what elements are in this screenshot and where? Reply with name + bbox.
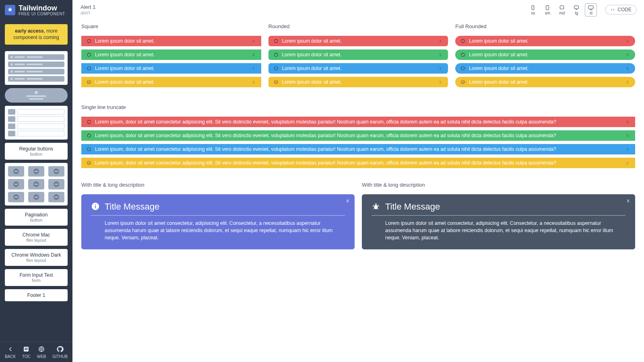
warning-icon: [86, 160, 92, 166]
svg-rect-26: [276, 83, 276, 83]
close-icon[interactable]: x: [251, 79, 256, 85]
close-icon[interactable]: x: [251, 52, 256, 58]
brand-icon: [5, 5, 15, 15]
svg-rect-34: [463, 81, 463, 82]
alert-yellow: Lorem ipsum dolor sit amet. x: [81, 77, 261, 87]
close-icon[interactable]: x: [251, 66, 256, 71]
rounded-column: Rounded Lorem ipsum dolor sit amet. x Lo…: [268, 23, 448, 90]
sidebar-scroll[interactable]: Regular buttonsbuttonPaginationbuttonChr…: [0, 49, 72, 342]
sidebar-item[interactable]: Paginationbutton: [5, 209, 68, 226]
alert-blue: Lorem ipsum dolor sit amet. x: [455, 63, 635, 74]
svg-rect-43: [89, 162, 89, 163]
sidebar-item[interactable]: [5, 106, 68, 140]
close-icon[interactable]: x: [438, 38, 443, 44]
close-icon[interactable]: x: [625, 133, 630, 138]
alert-text: Lorem ipsum dolor sit amet.: [92, 38, 251, 44]
sidebar-item[interactable]: Regular buttonsbutton: [5, 143, 68, 160]
close-icon[interactable]: x: [625, 79, 630, 85]
svg-rect-10: [88, 41, 90, 41]
device-lg[interactable]: lg: [570, 3, 582, 16]
alert-text: Lorem ipsum, dolor sit amet consectetur …: [92, 133, 625, 138]
check-icon: [273, 52, 279, 58]
svg-rect-37: [88, 121, 90, 122]
sidebar-item[interactable]: Chrome Macflex layout: [5, 229, 68, 246]
info-icon: [91, 202, 100, 212]
alert-text: Lorem ipsum dolor sit amet.: [92, 79, 251, 85]
sidebar-item[interactable]: Footer 1: [5, 289, 68, 301]
brand-subtitle: FREE UI COMPONENT: [19, 12, 65, 16]
truncate-label: Single line truncate: [81, 104, 635, 110]
info-icon: [86, 66, 92, 71]
close-icon[interactable]: x: [625, 146, 630, 152]
svg-rect-19: [275, 41, 277, 41]
code-button[interactable]: CODE: [605, 5, 637, 14]
alert-text: Lorem ipsum dolor sit amet.: [466, 79, 625, 85]
alert-red: Lorem ipsum, dolor sit amet consectetur …: [81, 117, 635, 127]
early-access-banner: early access, more component is coming: [5, 24, 68, 45]
alert-text: Lorem ipsum, dolor sit amet consectetur …: [92, 146, 625, 152]
close-icon[interactable]: x: [625, 38, 630, 44]
error-icon: [460, 38, 466, 44]
alert-text: Lorem ipsum dolor sit amet.: [279, 79, 438, 85]
breadcrumb: Alert 1 alert: [80, 4, 96, 16]
device-xl[interactable]: xl: [585, 3, 597, 16]
close-icon[interactable]: x: [438, 52, 443, 58]
warning-icon: [273, 79, 279, 85]
info-icon: [460, 66, 466, 71]
device-sm[interactable]: sm: [541, 3, 553, 16]
svg-rect-13: [89, 68, 89, 70]
info-icon: [273, 66, 279, 71]
svg-rect-4: [532, 5, 534, 10]
alert-blue: Lorem ipsum dolor sit amet. x: [268, 63, 448, 74]
alert-blue: Lorem ipsum dolor sit amet. x: [81, 63, 261, 74]
close-icon[interactable]: x: [627, 197, 630, 204]
svg-rect-1: [25, 348, 28, 349]
close-icon[interactable]: x: [438, 66, 443, 71]
svg-rect-32: [463, 67, 463, 68]
back-button[interactable]: BACK: [5, 346, 16, 359]
close-icon[interactable]: x: [251, 38, 256, 44]
alert-green: Lorem ipsum dolor sit amet. x: [455, 49, 635, 60]
close-icon[interactable]: x: [625, 66, 630, 71]
svg-rect-44: [89, 164, 89, 164]
page-subtitle: alert: [80, 10, 96, 16]
sidebar-item[interactable]: [5, 88, 68, 103]
sidebar-item[interactable]: Form Input Textform: [5, 269, 68, 286]
close-icon[interactable]: x: [347, 197, 349, 204]
square-column: Square Lorem ipsum dolor sit amet. x Lor…: [81, 23, 261, 90]
close-icon[interactable]: x: [625, 119, 630, 125]
device-md[interactable]: md: [556, 3, 568, 16]
card-title: Title Message: [105, 202, 159, 212]
close-icon[interactable]: x: [438, 79, 443, 85]
error-icon: [86, 38, 92, 44]
page-title: Alert 1: [80, 4, 96, 10]
alert-blue: Lorem ipsum, dolor sit amet consectetur …: [81, 144, 635, 154]
alert-text: Lorem ipsum dolor sit amet.: [92, 66, 251, 71]
bug-icon: [372, 202, 380, 212]
footer-nav: BACK TOC WEB GITHUB: [0, 342, 72, 362]
error-icon: [86, 119, 92, 125]
topbar: Alert 1 alert xs sm md lg xlCODE: [72, 0, 644, 19]
svg-rect-40: [89, 149, 89, 150]
sidebar-item[interactable]: [5, 163, 68, 206]
card2-label: With title & long description: [362, 182, 635, 188]
alert-text: Lorem ipsum dolor sit amet.: [279, 66, 438, 71]
svg-point-48: [374, 205, 378, 209]
device-xs[interactable]: xs: [527, 3, 539, 16]
early-access-bold: early access: [15, 28, 43, 34]
close-icon[interactable]: x: [625, 160, 630, 166]
toc-button[interactable]: TOC: [22, 346, 31, 359]
warning-icon: [460, 79, 466, 85]
github-button[interactable]: GITHUB: [52, 346, 68, 359]
fullrounded-label: Full Rounded: [455, 23, 635, 29]
web-button[interactable]: WEB: [37, 346, 46, 359]
alert-green: Lorem ipsum dolor sit amet. x: [268, 49, 448, 60]
alert-text: Lorem ipsum dolor sit amet.: [466, 66, 625, 71]
bug-card: x Title Message Lorem ipsum dolor sit am…: [362, 194, 635, 249]
svg-rect-47: [95, 204, 96, 205]
alert-green: Lorem ipsum, dolor sit amet consectetur …: [81, 130, 635, 141]
sidebar-item[interactable]: Chrome Windows Darkflex layout: [5, 249, 68, 266]
sidebar-item[interactable]: [5, 51, 68, 85]
brand: Tailwindow FREE UI COMPONENT: [0, 0, 72, 20]
close-icon[interactable]: x: [625, 52, 630, 58]
